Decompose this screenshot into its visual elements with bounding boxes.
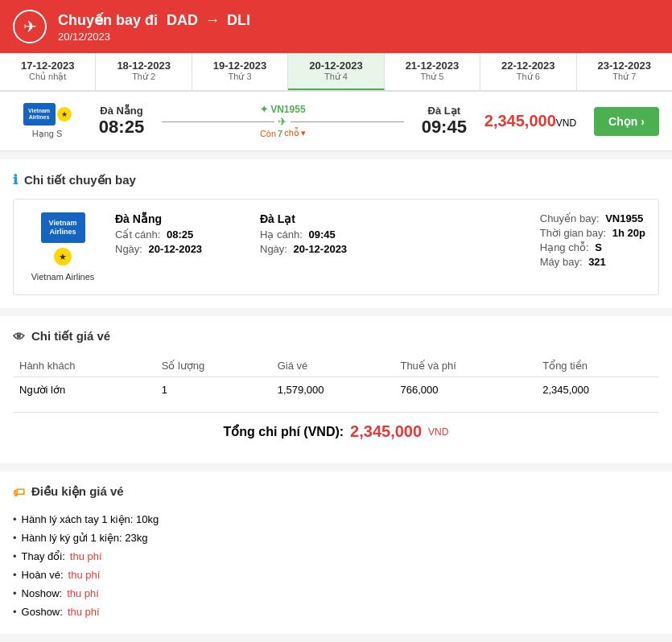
conditions-section: 🏷 Điều kiện giá vé Hành lý xách tay 1 ki… xyxy=(0,471,672,634)
arr-ngay-label: Ngày: xyxy=(260,243,287,255)
price-table: Hành khách Số lượng Giá vé Thuế và phí T… xyxy=(13,355,659,402)
duration-row: Thời gian bay: 1h 20p xyxy=(540,227,645,239)
condition-text-1: Hành lý ký gửi 1 kiện: 23kg xyxy=(22,532,148,544)
va-logo-inner: VietnamAirlines xyxy=(28,108,50,120)
date-tab-5-day: Thứ 6 xyxy=(484,72,572,82)
dep-ngay-val: 20-12-2023 xyxy=(149,243,203,255)
date-tab-1-date: 18-12-2023 xyxy=(99,60,188,72)
content-wrapper: ✈ Chuyến bay đi DAD → DLI 20/12/2023 17-… xyxy=(0,0,672,634)
date-tab-6[interactable]: 23-12-2023 Thứ 7 xyxy=(577,53,672,90)
dep-city: Đà Nẵng xyxy=(89,105,154,117)
class-row: Hạng chỗ: S xyxy=(540,241,645,253)
arr-time: 09:45 xyxy=(412,117,476,138)
arr-hacanh-row: Hạ cánh: 09:45 xyxy=(260,228,389,241)
price-table-body: Người lớn 1 1,579,000 766,000 2,345,000 xyxy=(13,377,659,403)
flight-card: VietnamAirlines ★ Hạng S Đà Nẵng 08:25 ✦… xyxy=(0,92,672,151)
va-logo-lg-inner: VietnamAirlines xyxy=(49,219,77,237)
date-tab-0-day: Chủ nhật xyxy=(3,72,92,82)
total-currency: VND xyxy=(428,426,448,438)
condition-text-5: Goshow: xyxy=(22,606,63,618)
seats-num: 7 xyxy=(278,129,282,138)
date-tab-2-day: Thứ 3 xyxy=(196,72,284,82)
plane-lbl: Máy bay: xyxy=(540,256,583,268)
flight-icon: ✈ xyxy=(13,10,47,43)
total-label: Tổng chi phí (VND): xyxy=(224,424,344,439)
date-tab-3[interactable]: 20-12-2023 Thứ 4 xyxy=(288,53,384,90)
info-icon: ℹ xyxy=(13,172,18,187)
condition-item-2: Thay đổi: thu phí xyxy=(13,547,659,566)
duration-val: 1h 20p xyxy=(612,227,645,239)
total-cell: 2,345,000 xyxy=(536,377,659,403)
condition-item-1: Hành lý ký gửi 1 kiện: 23kg xyxy=(13,529,659,547)
date-tab-0[interactable]: 17-12-2023 Chủ nhật xyxy=(0,53,96,90)
star-badge-detail: ★ xyxy=(54,248,72,265)
tax-cell: 766,000 xyxy=(394,377,536,403)
price-area: 2,345,000VND xyxy=(484,112,576,130)
date-tab-5-date: 22-12-2023 xyxy=(484,60,572,72)
total-value: 2,345,000 xyxy=(350,422,422,441)
dep-catcanh-val: 08:25 xyxy=(167,228,193,241)
arr-detail: Đà Lạt Hạ cánh: 09:45 Ngày: 20-12-2023 xyxy=(260,212,389,257)
condition-highlight-3: thu phí xyxy=(68,569,101,581)
flight-num-lbl: Chuyến bay: xyxy=(540,212,600,224)
col-tax: Thuế và phí xyxy=(394,355,536,377)
flight-line: ✈ xyxy=(162,115,404,128)
flight-number-text: VN1955 xyxy=(270,104,305,115)
price-row-0: Người lớn 1 1,579,000 766,000 2,345,000 xyxy=(13,377,659,403)
conditions-list: Hành lý xách tay 1 kiện: 10kg Hành lý ký… xyxy=(13,510,659,621)
price-detail-section: 👁 Chi tiết giá vé Hành khách Số lượng Gi… xyxy=(0,316,672,463)
condition-item-5: Goshow: thu phí xyxy=(13,603,659,621)
date-tab-1-day: Thứ 2 xyxy=(99,72,188,82)
price-cell: 1,579,000 xyxy=(271,377,394,403)
date-tab-3-day: Thứ 4 xyxy=(291,72,380,82)
header-text: Chuyến bay đi DAD → DLI 20/12/2023 xyxy=(58,11,250,43)
price-table-header-row: Hành khách Số lượng Giá vé Thuế và phí T… xyxy=(13,355,659,377)
dep-ngay-row: Ngày: 20-12-2023 xyxy=(115,243,244,255)
chevron-right-icon: › xyxy=(641,115,645,128)
date-tab-4[interactable]: 21-12-2023 Thứ 5 xyxy=(385,53,480,90)
seats-badge[interactable]: Còn 7 chỗ ▾ xyxy=(260,128,306,138)
price-detail-title: 👁 Chi tiết giá vé xyxy=(13,329,659,344)
flight-info-right: Chuyến bay: VN1955 Thời gian bay: 1h 20p… xyxy=(540,212,645,270)
conditions-title: 🏷 Điều kiện giá vé xyxy=(13,484,659,499)
date-tab-2[interactable]: 19-12-2023 Thứ 3 xyxy=(192,53,288,90)
arr-city-detail: Đà Lạt xyxy=(260,212,389,225)
airline-detail: VietnamAirlines ★ Vietnam Airlines xyxy=(27,212,99,282)
class-val: S xyxy=(595,241,602,253)
plane-icon: ✈ xyxy=(278,115,287,128)
header: ✈ Chuyến bay đi DAD → DLI 20/12/2023 xyxy=(0,0,672,53)
condition-text-2: Thay đổi: xyxy=(22,550,65,562)
seats-prefix: Còn xyxy=(260,129,276,138)
line-right xyxy=(291,121,403,122)
condition-item-3: Hoàn vé: thu phí xyxy=(13,566,659,584)
flight-detail-section: ℹ Chi tiết chuyến bay VietnamAirlines ★ … xyxy=(0,159,672,308)
date-tab-6-date: 23-12-2023 xyxy=(580,60,669,72)
price-currency: VND xyxy=(556,117,576,129)
page-wrapper: ✈ Chuyến bay đi DAD → DLI 20/12/2023 17-… xyxy=(0,0,672,642)
arr-ngay-row: Ngày: 20-12-2023 xyxy=(260,243,389,255)
flight-num-row: Chuyến bay: VN1955 xyxy=(540,212,645,224)
header-title: Chuyến bay đi DAD → DLI xyxy=(58,11,250,29)
date-tab-5[interactable]: 22-12-2023 Thứ 6 xyxy=(480,53,576,90)
va-logo-lg: VietnamAirlines xyxy=(41,212,85,243)
seats-suffix: chỗ xyxy=(284,128,299,138)
flight-number-link[interactable]: ✦ VN1955 xyxy=(260,104,305,115)
dep-catcanh-row: Cất cánh: 08:25 xyxy=(115,228,244,241)
title-text: Chuyến bay đi xyxy=(58,12,158,28)
arr-city: Đà Lạt xyxy=(412,105,476,117)
dep-catcanh-label: Cất cánh: xyxy=(115,228,160,241)
col-quantity: Số lượng xyxy=(155,355,271,377)
dep-time: 08:25 xyxy=(89,117,154,138)
star-badge: ★ xyxy=(57,107,72,121)
date-tab-2-date: 19-12-2023 xyxy=(196,60,284,72)
passenger-cell: Người lớn xyxy=(13,377,155,403)
arrow-icon: → xyxy=(205,12,220,28)
choose-button[interactable]: Chọn › xyxy=(594,107,659,136)
tag-icon: 🏷 xyxy=(13,485,25,499)
dep-city-detail: Đà Nẵng xyxy=(115,212,244,225)
flight-detail-box: VietnamAirlines ★ Vietnam Airlines Đà Nẵ… xyxy=(13,199,659,295)
condition-highlight-4: thu phí xyxy=(67,587,99,599)
date-tab-1[interactable]: 18-12-2023 Thứ 2 xyxy=(96,53,192,90)
to-code: DLI xyxy=(227,12,250,28)
flight-detail-title: ℹ Chi tiết chuyến bay xyxy=(13,172,659,187)
